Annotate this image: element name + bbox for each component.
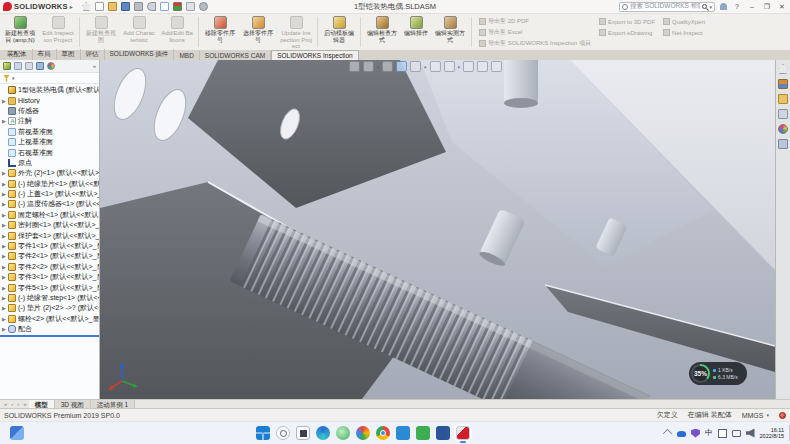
filter-dropdown-icon[interactable]: ▾ xyxy=(12,75,15,81)
open-icon[interactable] xyxy=(108,2,117,11)
view-settings-icon[interactable] xyxy=(491,61,502,72)
rebuild-icon[interactable] xyxy=(173,2,182,11)
tree-item[interactable]: ▶螺栓<2> (默认<<默认>_显示状态 xyxy=(0,314,99,324)
browser-360-icon[interactable] xyxy=(336,426,350,440)
tray-chevron-icon[interactable] xyxy=(663,429,672,438)
select-arrow-icon[interactable] xyxy=(160,2,169,11)
search-button[interactable] xyxy=(276,426,290,440)
doctab-motion-study[interactable]: 运动算例 1 xyxy=(91,400,135,408)
word-blue-icon[interactable] xyxy=(436,426,450,440)
ime-mode-icon[interactable] xyxy=(718,429,727,438)
tab-commandmanager[interactable]: 装配体 xyxy=(2,49,33,60)
hud-dropdown-icon[interactable]: ▾ xyxy=(424,64,427,70)
recorder-overlay[interactable]: 35% 1 KB/s 6.3 MB/s xyxy=(689,362,747,385)
login-icon[interactable] xyxy=(720,3,727,10)
tab-commandmanager[interactable]: 布局 xyxy=(33,49,57,60)
tree-item[interactable]: ▶配合 xyxy=(0,324,99,334)
dimxpert-manager-tab[interactable] xyxy=(36,62,44,70)
close-button[interactable]: ✕ xyxy=(777,2,787,12)
custom-properties-icon[interactable] xyxy=(778,139,788,149)
tree-item[interactable]: 右视基准面 xyxy=(0,147,99,157)
tree-item[interactable]: ▶零件1<1> (默认<<默认>_显示状态 xyxy=(0,241,99,251)
tree-item[interactable]: 前视基准面 xyxy=(0,127,99,137)
tree-item[interactable]: ▶零件3<1> (默认<<默认>_显示状态 xyxy=(0,272,99,282)
tree-item[interactable]: ▶零件2<2> (默认<<默认>_显示状态 xyxy=(0,262,99,272)
cast-icon[interactable] xyxy=(732,430,741,437)
appearances-icon[interactable] xyxy=(778,124,788,134)
tree-item[interactable]: ▶固定螺栓<1> (默认<<默认>_显示状 xyxy=(0,210,99,220)
restore-button[interactable]: ❐ xyxy=(762,2,772,12)
file-properties-icon[interactable] xyxy=(186,2,195,11)
tree-item[interactable]: ▶(-) 绝缘管.step<1> (默认<<默认>_ xyxy=(0,293,99,303)
previous-view-icon[interactable] xyxy=(382,61,393,72)
speaker-icon[interactable] xyxy=(746,429,755,438)
ribbon-button[interactable]: 选择零件序号 xyxy=(240,15,276,49)
tree-item[interactable]: ▶零件5<1> (默认<<默认>_显示状态 xyxy=(0,282,99,292)
home-icon[interactable] xyxy=(82,2,91,11)
doctab-nav-icon[interactable]: « xyxy=(2,400,9,408)
chrome-icon[interactable] xyxy=(376,426,390,440)
apply-scene-icon[interactable] xyxy=(477,61,488,72)
wps-icon[interactable] xyxy=(416,426,430,440)
tree-item[interactable]: ▶(-) 上盖<1> (默认<<默认>_显示状态 xyxy=(0,189,99,199)
tree-item[interactable]: ▶保护套<1> (默认<<默认>_显示状态 xyxy=(0,230,99,240)
tree-filter-row[interactable]: ▾ xyxy=(0,73,99,84)
tree-item[interactable]: ▶(-) 垫片 (2)<2> ->? (默认<<默认>_ xyxy=(0,303,99,313)
undo-icon[interactable] xyxy=(147,2,156,11)
tab-commandmanager[interactable]: 草图 xyxy=(57,49,81,60)
ribbon-button[interactable]: 启动模板编辑器 xyxy=(321,15,357,49)
minimize-button[interactable]: – xyxy=(747,2,757,12)
doctab-nav-icon[interactable]: » xyxy=(21,400,28,408)
search-icon[interactable] xyxy=(702,4,707,9)
ribbon-button[interactable]: 编辑操作 xyxy=(402,15,430,49)
tab-commandmanager[interactable]: MBD xyxy=(174,51,199,60)
solidworks-logo[interactable]: SOLIDWORKS ▸ xyxy=(3,2,73,11)
file-explorer-icon[interactable] xyxy=(778,94,788,104)
edit-appearance-icon[interactable] xyxy=(463,61,474,72)
security-icon[interactable] xyxy=(691,429,700,438)
hud-dropdown-icon[interactable]: ▾ xyxy=(376,64,379,70)
tree-item[interactable]: ▶(-) 温度传感器<1> (默认<<默认>_显 xyxy=(0,199,99,209)
design-library-icon[interactable] xyxy=(778,79,788,89)
hide-show-items-icon[interactable] xyxy=(443,61,454,72)
start-button[interactable] xyxy=(256,426,270,440)
ime-indicator[interactable]: 中 xyxy=(705,428,713,438)
panel-splitter[interactable] xyxy=(0,335,99,337)
graphics-viewport[interactable]: ▾▾▾ 35% 1 KB/s 6.3 MB/s xyxy=(100,60,775,399)
view-palette-icon[interactable] xyxy=(778,109,788,119)
tree-item[interactable]: 传感器 xyxy=(0,106,99,116)
zoom-fit-icon[interactable] xyxy=(348,61,359,72)
tree-item[interactable]: ▶History xyxy=(0,95,99,105)
help-button[interactable]: ? xyxy=(732,2,742,12)
edge-icon[interactable] xyxy=(316,426,330,440)
configuration-manager-tab[interactable] xyxy=(25,62,33,70)
taskbar-clock[interactable]: 16:112022/8/15 xyxy=(760,427,784,440)
tab-commandmanager[interactable]: 评估 xyxy=(81,49,105,60)
ribbon-button[interactable]: 编辑检查方式 xyxy=(364,15,400,49)
print-icon[interactable] xyxy=(134,2,143,11)
3d-model-view[interactable] xyxy=(100,60,775,399)
ribbon-button[interactable]: 新建检查项目 (amp;N) xyxy=(2,15,38,49)
tree-item[interactable]: ▶(-) 绝缘垫片<1> (默认<<默认>_显示 xyxy=(0,179,99,189)
reader-icon[interactable] xyxy=(396,426,410,440)
new-document-icon[interactable] xyxy=(95,2,104,11)
tab-commandmanager[interactable]: SOLIDWORKS 插件 xyxy=(105,49,175,60)
tree-item[interactable]: 原点 xyxy=(0,158,99,168)
doctab-model[interactable]: 模型 xyxy=(29,400,55,408)
feature-tree-tab[interactable] xyxy=(3,62,11,70)
panel-tabs-more[interactable]: » xyxy=(93,63,96,69)
tree-item[interactable]: ▶注解 xyxy=(0,116,99,126)
solidworks-taskbar-icon[interactable] xyxy=(456,426,470,440)
ribbon-button[interactable]: 移除零件序号 xyxy=(202,15,238,49)
tree-root[interactable]: 1型铠装热电偶 (默认<默认_显示状态-1> xyxy=(0,85,99,95)
tab-active-commandmanager[interactable]: SOLIDWORKS Inspection xyxy=(271,50,359,60)
section-view-icon[interactable] xyxy=(396,61,407,72)
display-manager-tab[interactable] xyxy=(47,62,55,70)
tree-item[interactable]: ▶零件2<1> (默认<<默认>_显示状态 xyxy=(0,251,99,261)
onedrive-icon[interactable] xyxy=(677,431,686,437)
tree-item[interactable]: ▶密封圈<1> (默认<<默认>_显示状态 xyxy=(0,220,99,230)
search-box[interactable]: 搜索 SOLIDWORKS 帮助 ▾ xyxy=(619,2,715,12)
resources-home-icon[interactable] xyxy=(778,64,788,74)
view-orientation-icon[interactable] xyxy=(410,61,421,72)
tree-item[interactable]: ▶外壳 (2)<1> (默认<<默认>_显示状态 xyxy=(0,168,99,178)
